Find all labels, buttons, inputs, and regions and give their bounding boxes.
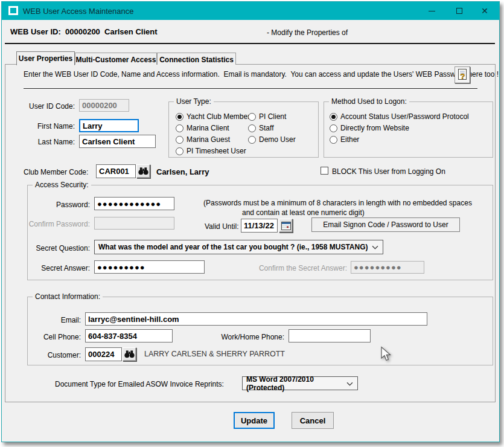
- email-signon-button[interactable]: Email Signon Code / Password to User: [311, 217, 460, 232]
- radio-dot-icon: [330, 136, 337, 144]
- maximize-icon: [456, 8, 462, 14]
- club-member-name: Carlsen, Larry: [156, 167, 209, 176]
- binoculars-icon: [138, 167, 148, 175]
- cell-phone-label: Cell Phone:: [20, 333, 81, 341]
- document-type-dropdown[interactable]: MS Word 2007/2010 (Protected): [242, 376, 358, 390]
- last-name-field[interactable]: [79, 135, 156, 148]
- radio-dot-icon: [176, 124, 183, 132]
- valid-until-field[interactable]: [241, 219, 278, 233]
- radio-dot-icon: [248, 136, 256, 144]
- block-user-checkbox[interactable]: [321, 167, 328, 175]
- screen: WEB User Access Maintenance ✕ WEB User I…: [0, 0, 504, 447]
- radio-dot-icon: [248, 124, 256, 132]
- update-button[interactable]: Update: [234, 412, 275, 429]
- radio-label: Directly from Website: [340, 124, 409, 132]
- customer-lookup-button[interactable]: [123, 347, 136, 361]
- radio-dot-icon: [248, 113, 256, 121]
- document-type-value: MS Word 2007/2010 (Protected): [246, 375, 354, 392]
- radio-dot-icon: [176, 136, 183, 144]
- confirm-secret-answer-field[interactable]: [351, 261, 424, 274]
- radio-label: Account Status User/Password Protocol: [340, 112, 469, 121]
- club-member-code-field[interactable]: [96, 164, 136, 178]
- radio-pi-timesheet-user[interactable]: PI Timesheet User: [176, 147, 246, 155]
- dialog-window: WEB User Access Maintenance ✕ WEB User I…: [1, 1, 500, 442]
- help-icon: ?: [457, 69, 468, 81]
- radio-dot-icon: [330, 113, 337, 121]
- close-button[interactable]: ✕: [475, 2, 494, 20]
- password-label: Password:: [14, 201, 90, 209]
- secret-answer-field[interactable]: [94, 260, 205, 274]
- minimize-button[interactable]: [422, 2, 441, 20]
- password-field[interactable]: [94, 197, 174, 210]
- valid-until-calendar-button[interactable]: [279, 219, 293, 233]
- radio-account-status-protocol[interactable]: Account Status User/Password Protocol: [330, 112, 469, 121]
- radio-label: PI Timesheet User: [187, 147, 246, 155]
- radio-label: Demo User: [259, 135, 296, 144]
- first-name-label: First Name:: [14, 122, 75, 130]
- close-icon: ✕: [481, 7, 488, 15]
- logon-method-group-title: Method Used to Logon:: [329, 97, 409, 106]
- secret-answer-label: Secret Answer:: [14, 264, 90, 272]
- header-mode-text: - Modify the Properties of: [267, 28, 348, 37]
- radio-label: Either: [340, 135, 359, 144]
- tab-connection-statistics[interactable]: Connection Statistics: [157, 53, 236, 65]
- document-type-label: Document Type for Emailed ASOW Invoice R…: [55, 380, 224, 388]
- last-name-label: Last Name:: [14, 138, 75, 146]
- maximize-button[interactable]: [450, 2, 469, 20]
- instruction-divider: [24, 88, 477, 89]
- titlebar: WEB User Access Maintenance ✕: [2, 2, 499, 20]
- first-name-field[interactable]: [79, 119, 139, 132]
- customer-name: LARRY CARLSEN & SHERRY PARROTT: [144, 350, 285, 358]
- confirm-password-label: Confirm Password:: [14, 220, 90, 228]
- tab-multi-customer-access[interactable]: Multi-Customer Access: [75, 53, 157, 65]
- email-field[interactable]: [85, 312, 427, 326]
- user-id-code-field[interactable]: [79, 99, 129, 112]
- radio-demo-user[interactable]: Demo User: [248, 135, 296, 144]
- radio-marina-guest[interactable]: Marina Guest: [176, 135, 230, 144]
- help-button[interactable]: ?: [455, 66, 470, 83]
- radio-directly-from-website[interactable]: Directly from Website: [330, 124, 409, 132]
- radio-marina-client[interactable]: Marina Client: [176, 124, 229, 132]
- minimize-icon: [429, 11, 435, 11]
- tab-user-properties[interactable]: User Properties: [16, 51, 75, 65]
- work-home-phone-field[interactable]: [289, 329, 371, 342]
- contact-group-title: Contact Information:: [33, 292, 103, 301]
- radio-yacht-club-member[interactable]: Yacht Club Member: [176, 112, 250, 121]
- record-header: WEB User ID: 00000200 Carlsen Client: [10, 27, 158, 36]
- chevron-down-icon: [346, 382, 353, 386]
- radio-label: PI Client: [259, 112, 286, 121]
- svg-text:?: ?: [461, 72, 465, 81]
- binoculars-icon: [124, 350, 135, 358]
- user-id-code-label: User ID Code:: [14, 102, 75, 111]
- chevron-down-icon: [372, 245, 378, 249]
- cursor-arrow-icon: [378, 346, 392, 362]
- valid-until-label: Valid Until:: [205, 222, 238, 231]
- radio-dot-icon: [176, 113, 183, 121]
- password-note-line2: and contain at least one numeric digit): [242, 208, 365, 217]
- email-label: Email:: [20, 316, 81, 324]
- radio-staff[interactable]: Staff: [248, 124, 273, 132]
- radio-label: Yacht Club Member: [187, 112, 250, 121]
- cancel-button[interactable]: Cancel: [292, 412, 334, 429]
- radio-either[interactable]: Either: [330, 135, 359, 144]
- confirm-password-field[interactable]: [94, 217, 174, 230]
- mouse-cursor: [378, 346, 392, 364]
- cell-phone-field[interactable]: [85, 329, 173, 342]
- club-member-code-label: Club Member Code:: [24, 168, 88, 176]
- radio-label: Marina Client: [187, 124, 229, 132]
- access-security-group-title: Access Security:: [33, 181, 91, 189]
- secret-question-label: Secret Question:: [14, 244, 90, 252]
- block-user-label: BLOCK This User from Logging On: [332, 167, 445, 176]
- secret-question-dropdown[interactable]: What was the model and year of the 1st c…: [94, 240, 383, 254]
- calendar-icon: [281, 221, 291, 230]
- secret-question-value: What was the model and year of the 1st c…: [98, 243, 368, 251]
- instruction-text: Enter the WEB User ID Code, Name and Acc…: [24, 70, 499, 79]
- club-member-lookup-button[interactable]: [136, 164, 150, 178]
- header-divider: [5, 43, 495, 44]
- radio-label: Marina Guest: [187, 135, 230, 144]
- radio-dot-icon: [330, 124, 337, 132]
- radio-pi-client[interactable]: PI Client: [248, 112, 286, 121]
- radio-dot-icon: [176, 147, 183, 155]
- customer-code-field[interactable]: [85, 347, 122, 361]
- user-type-group-title: User Type:: [174, 97, 214, 106]
